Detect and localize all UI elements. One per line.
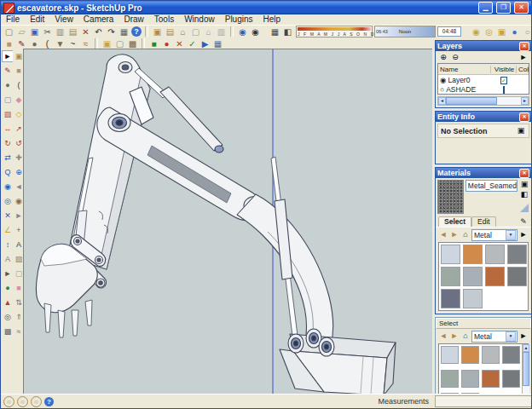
tab-edit[interactable]: Edit (471, 216, 496, 227)
sheet-panel-icon[interactable]: ▥ (215, 26, 228, 37)
status-icon-3[interactable]: ○ (31, 396, 42, 407)
toggle-terrain-icon[interactable]: ◎ (483, 26, 495, 37)
swatch-metal-crosshatch[interactable] (502, 346, 520, 364)
protractor-icon[interactable]: ∠ (2, 224, 14, 236)
swatch-metal-brushed[interactable] (461, 370, 479, 388)
layer0-visible-checkbox[interactable]: ✓ (500, 77, 507, 84)
materials-titlebar[interactable]: Materials ✕ (436, 168, 531, 178)
box-white-icon[interactable]: ▢ (113, 38, 126, 49)
swatch-metal-rust[interactable] (485, 267, 505, 286)
entity-details-icon[interactable]: ▣ (516, 126, 526, 135)
scroll-right-icon[interactable]: ► (521, 97, 529, 105)
3d-text-icon[interactable]: A (2, 253, 14, 265)
rectangle-icon[interactable]: ■ (3, 38, 15, 49)
swatch-metal-brushed[interactable] (463, 267, 483, 286)
swatch-metal-diamond-plate-orange[interactable] (461, 346, 479, 364)
delete-icon[interactable]: ✕ (79, 26, 92, 37)
move-icon[interactable]: ↔ (2, 123, 14, 135)
layers-col-color[interactable]: Col (517, 66, 529, 73)
line-icon[interactable]: ✎ (15, 38, 28, 49)
entity-info-titlebar[interactable]: Entity Info ✕ (436, 112, 531, 122)
copy-icon[interactable]: ▥ (54, 26, 66, 37)
swatch-metal-crosshatch[interactable] (507, 245, 527, 264)
plugin-check-icon[interactable]: ✓ (186, 38, 199, 49)
layers-col-name[interactable]: Name (438, 66, 491, 73)
sphere-green-icon[interactable]: ● (2, 282, 14, 294)
forward-icon[interactable]: ► (449, 331, 460, 341)
collection-dropdown[interactable]: Metal ▼ (471, 229, 518, 241)
menu-item-file[interactable]: File (1, 14, 25, 25)
page-panel-icon[interactable]: ▢ (189, 26, 202, 37)
new-document-icon[interactable]: ▢ (3, 26, 15, 37)
display-pane-icon[interactable]: ▣ (519, 180, 529, 189)
layers-close-icon[interactable]: ✕ (519, 42, 529, 51)
make-group-icon[interactable]: ▤ (164, 26, 176, 37)
menu-item-tools[interactable]: Tools (149, 14, 179, 25)
menu-item-view[interactable]: View (49, 14, 78, 25)
layer-details-icon[interactable]: ► (518, 53, 529, 62)
open-file-icon[interactable]: ▱ (15, 26, 28, 37)
swatch-metal-seamed[interactable] (463, 289, 483, 308)
freehand-icon[interactable]: ~ (66, 38, 79, 49)
back-icon[interactable]: ◄ (438, 331, 448, 341)
menu-item-plugins[interactable]: Plugins (220, 14, 258, 25)
swatch-metal-corrugated[interactable] (485, 245, 505, 264)
swatch-metal-aluminum[interactable] (441, 245, 460, 264)
shadow-time-slider[interactable]: 06:43 Noon (374, 26, 436, 37)
collection-dropdown-2[interactable]: Metal ▼ (471, 331, 518, 343)
camera-dark-icon[interactable]: ◉ (249, 26, 262, 37)
eyedropper-icon[interactable]: ✎ (518, 217, 529, 227)
rotate-icon[interactable]: ↻ (2, 137, 14, 149)
measurements-box[interactable] (435, 395, 531, 407)
menu-item-draw[interactable]: Draw (119, 14, 148, 25)
arc-icon[interactable]: ( (41, 38, 54, 49)
camera-blue-icon[interactable]: ◉ (236, 26, 249, 37)
push-pull-icon[interactable]: ▢ (2, 94, 14, 106)
plugin-grid-icon[interactable]: ▦ (211, 38, 224, 49)
layer-row[interactable]: ◉ Layer0 ✓ (438, 75, 529, 84)
swatch-metal-rough[interactable] (507, 267, 527, 286)
scroll-left-icon[interactable]: ◄ (438, 97, 446, 105)
redo-icon[interactable]: ↷ (105, 26, 118, 37)
close-button[interactable]: ✕ (514, 2, 529, 14)
get-models-icon[interactable]: ○ (521, 26, 532, 37)
menu-item-window[interactable]: Window (179, 14, 220, 25)
offset-curves-icon[interactable]: ≈ (79, 38, 92, 49)
styles-icon[interactable]: ▩ (2, 325, 14, 337)
layer0-radio[interactable]: ◉ (440, 76, 446, 84)
swatch-metal-weathered[interactable] (441, 267, 460, 286)
home-view-icon[interactable]: ⌂ (176, 26, 189, 37)
shadow-toggle-icon[interactable]: ◧ (281, 26, 294, 37)
select-icon[interactable]: ► (2, 50, 14, 62)
house-outline-icon[interactable]: ⌂ (202, 26, 215, 37)
add-layer-button[interactable]: ⊕ (438, 53, 448, 62)
make-component-icon[interactable]: ▣ (151, 26, 164, 37)
tab-select[interactable]: Select (438, 216, 471, 227)
home-icon[interactable]: ⌂ (460, 230, 471, 239)
swatch-metal-blue-gray[interactable] (441, 289, 460, 308)
undo-icon[interactable]: ↶ (92, 26, 105, 37)
scroll-up-icon[interactable]: ▲ (523, 344, 529, 352)
help-icon[interactable]: ? (131, 26, 142, 37)
box-shaded-icon[interactable]: ▩ (126, 38, 139, 49)
status-icon-2[interactable]: ○ (17, 396, 28, 407)
zoom-extents-icon[interactable]: ✕ (2, 210, 14, 222)
layers-hscrollbar[interactable]: ◄ ► (437, 96, 529, 106)
layers-titlebar[interactable]: Layers ✕ (436, 41, 531, 51)
scroll-thumb[interactable] (523, 352, 529, 386)
shadow-time-field[interactable]: 04:48 (437, 26, 461, 37)
ashade-visible-checkbox[interactable] (503, 86, 505, 94)
details-arrow-icon[interactable]: ► (518, 230, 529, 239)
circle-icon[interactable]: ● (28, 38, 41, 49)
details-arrow-icon[interactable]: ► (518, 331, 529, 341)
shadow-date-slider[interactable]: J F M A M J J A S O N D (296, 26, 373, 37)
polygon-icon[interactable]: ▼ (54, 38, 66, 49)
scroll-thumb[interactable] (446, 97, 497, 105)
menu-item-camera[interactable]: Camera (78, 14, 119, 25)
dropdown-arrow-icon[interactable]: ▼ (506, 230, 516, 240)
back-icon[interactable]: ◄ (438, 230, 448, 239)
menu-item-edit[interactable]: Edit (25, 14, 49, 25)
status-icon-1[interactable]: ○ (3, 396, 14, 407)
plugin-close-icon[interactable]: ✕ (173, 38, 186, 49)
material-name-field[interactable]: Metal_Seamed (466, 180, 518, 192)
